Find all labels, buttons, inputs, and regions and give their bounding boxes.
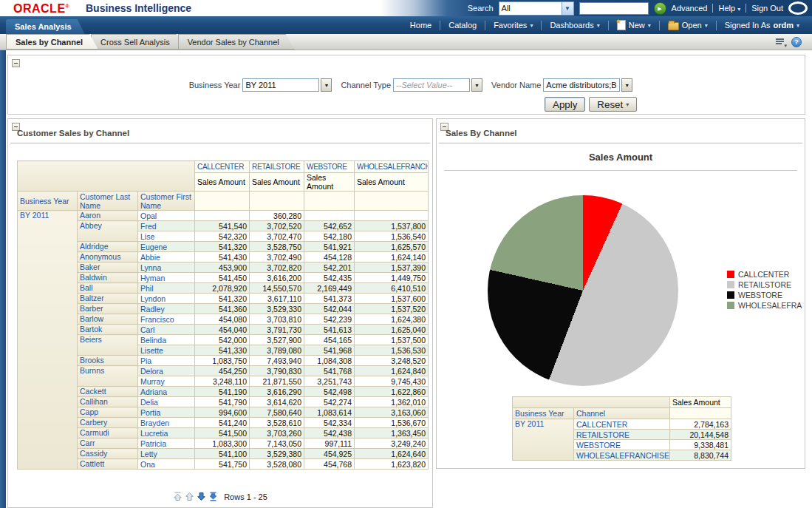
business-year-cell[interactable]: BY 2011 xyxy=(513,419,574,461)
channel-cell[interactable]: RETAILSTORE xyxy=(574,430,670,440)
dimension-header[interactable]: Channel xyxy=(574,408,670,419)
first-name-cell[interactable]: Phil xyxy=(138,283,195,294)
first-name-cell[interactable]: Carl xyxy=(138,325,195,335)
first-name-cell[interactable]: Ona xyxy=(138,459,195,470)
measure-header[interactable]: Sales Amount xyxy=(670,397,731,408)
last-name-cell[interactable]: Baltzer xyxy=(78,294,138,304)
first-name-cell[interactable]: Delia xyxy=(138,397,195,407)
tab-vendor-sales-by-channel[interactable]: Vendor Sales by Channel xyxy=(178,34,295,50)
page-up-icon[interactable] xyxy=(185,492,194,501)
search-input[interactable] xyxy=(579,2,649,15)
first-name-cell[interactable]: Letty xyxy=(138,449,195,459)
sign-out-link[interactable]: Sign Out xyxy=(751,4,783,13)
vendor-name-combo[interactable]: Acme distributors;B xyxy=(543,78,620,92)
first-name-cell[interactable]: Lyndon xyxy=(138,294,195,304)
dimension-header[interactable]: Business Year xyxy=(513,408,574,419)
first-name-cell[interactable]: Murray xyxy=(138,376,195,387)
last-name-cell[interactable]: Cassidy xyxy=(78,449,138,459)
channel-type-dropdown-icon[interactable]: ▼ xyxy=(471,78,482,92)
first-name-cell[interactable]: Eugene xyxy=(138,242,195,252)
last-name-cell[interactable]: Baker xyxy=(78,263,138,273)
first-name-cell[interactable]: Belinda xyxy=(138,335,195,345)
last-name-cell[interactable]: Burnns xyxy=(78,366,138,387)
first-name-cell[interactable]: Lynna xyxy=(138,263,195,273)
channel-cell[interactable]: WHOLESALEFRANCHISE xyxy=(574,450,670,461)
first-name-cell[interactable]: Delora xyxy=(138,366,195,376)
collapse-section-icon[interactable] xyxy=(12,59,20,67)
last-name-cell[interactable]: Bartok xyxy=(78,325,138,335)
first-name-cell[interactable]: Radley xyxy=(138,304,195,314)
last-name-cell[interactable]: Aaron xyxy=(78,211,138,221)
first-name-cell[interactable]: Hyman xyxy=(138,273,195,283)
last-name-cell[interactable]: Abbey xyxy=(78,221,138,242)
first-name-cell[interactable]: Lucretia xyxy=(138,428,195,438)
business-year-cell[interactable]: BY 2011 xyxy=(18,211,78,470)
channel-type-combo[interactable]: --Select Value-- xyxy=(393,78,470,92)
last-name-cell[interactable]: Cattlett xyxy=(78,459,138,470)
channel-column-header[interactable]: RETAILSTORE xyxy=(250,161,304,173)
nav-signed-in-as[interactable]: Signed In As ordm▾ xyxy=(717,21,808,30)
channel-column-header[interactable]: WEBSTORE xyxy=(304,161,355,173)
measure-header[interactable]: Sales Amount xyxy=(250,173,304,192)
last-name-cell[interactable]: Baldwin xyxy=(78,273,138,283)
page-down-icon[interactable] xyxy=(197,492,206,501)
first-name-cell[interactable]: Lisette xyxy=(138,345,195,356)
last-name-cell[interactable]: Aldridge xyxy=(78,242,138,252)
pie-chart[interactable] xyxy=(488,195,678,386)
first-name-cell[interactable]: Francisco xyxy=(138,314,195,325)
vendor-name-dropdown-icon[interactable]: ▼ xyxy=(621,78,632,92)
first-name-cell[interactable]: Portia xyxy=(138,407,195,418)
nav-open[interactable]: Open▾ xyxy=(660,20,716,30)
help-icon[interactable]: ? xyxy=(791,37,802,47)
max-rows-icon[interactable] xyxy=(208,492,218,501)
measure-header[interactable]: Sales Amount xyxy=(355,173,429,192)
last-name-cell[interactable]: Carr xyxy=(78,438,138,449)
dimension-header[interactable]: Business Year xyxy=(18,192,78,211)
help-menu[interactable]: Help ▾ xyxy=(718,4,740,13)
nav-catalog[interactable]: Catalog xyxy=(440,21,485,30)
search-scope-select[interactable]: All ▼ xyxy=(499,1,574,16)
last-name-cell[interactable]: Carbery xyxy=(78,418,138,428)
dashboard-page-tab[interactable]: Sales Analysis xyxy=(6,19,85,34)
apply-button[interactable]: Apply xyxy=(545,97,585,112)
last-name-cell[interactable]: Barlow xyxy=(78,314,138,325)
last-name-cell[interactable]: Anonymous xyxy=(78,252,138,263)
first-name-cell[interactable]: Brayden xyxy=(138,418,195,428)
reset-button[interactable]: Reset▾ xyxy=(589,97,637,112)
first-name-cell[interactable]: Fred xyxy=(138,221,195,231)
last-name-cell[interactable]: Beiers xyxy=(78,335,138,356)
business-year-combo[interactable]: BY 2011 xyxy=(242,78,319,92)
first-name-cell[interactable]: Adriana xyxy=(138,387,195,397)
channel-cell[interactable]: CALLCENTER xyxy=(574,419,670,430)
first-name-cell[interactable]: Pia xyxy=(138,356,195,366)
nav-home[interactable]: Home xyxy=(402,21,440,30)
last-name-cell[interactable]: Carmudi xyxy=(78,428,138,438)
business-year-dropdown-icon[interactable]: ▼ xyxy=(321,78,332,92)
nav-dashboards[interactable]: Dashboards▾ xyxy=(542,21,607,30)
first-name-cell[interactable]: Abbie xyxy=(138,252,195,263)
first-name-cell[interactable]: Opal xyxy=(138,211,195,221)
tab-sales-by-channel[interactable]: Sales by Channel xyxy=(6,34,98,50)
channel-column-header[interactable]: WHOLESALEFRANCHISE xyxy=(355,161,429,173)
nav-favorites[interactable]: Favorites▾ xyxy=(485,21,541,30)
dimension-header[interactable]: Customer Last Name xyxy=(78,192,138,211)
measure-header[interactable]: Sales Amount xyxy=(304,173,355,192)
last-name-cell[interactable]: Brooks xyxy=(78,356,138,366)
tab-cross-sell-analysis[interactable]: Cross Sell Analysis xyxy=(91,34,185,50)
last-name-cell[interactable]: Ball xyxy=(78,283,138,294)
nav-new[interactable]: New▾ xyxy=(609,20,659,30)
first-page-icon[interactable] xyxy=(173,492,182,501)
first-name-cell[interactable]: Patricia xyxy=(138,438,195,449)
dimension-header[interactable]: Customer First Name xyxy=(138,192,195,211)
advanced-link[interactable]: Advanced xyxy=(672,4,708,13)
channel-cell[interactable]: WEBSTORE xyxy=(574,440,670,450)
last-name-cell[interactable]: Cackett xyxy=(78,387,138,397)
search-go-button[interactable]: ▶ xyxy=(654,2,666,15)
first-name-cell[interactable]: Lise xyxy=(138,231,195,242)
page-options-icon[interactable] xyxy=(776,38,785,47)
measure-header[interactable]: Sales Amount xyxy=(195,173,250,192)
last-name-cell[interactable]: Capp xyxy=(78,407,138,418)
channel-column-header[interactable]: CALLCENTER xyxy=(195,161,250,173)
last-name-cell[interactable]: Callihan xyxy=(78,397,138,407)
last-name-cell[interactable]: Barber xyxy=(78,304,138,314)
